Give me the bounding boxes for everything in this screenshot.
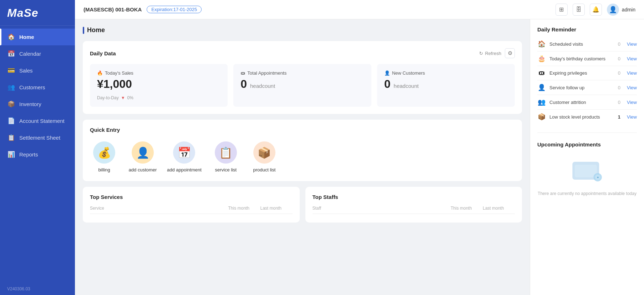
empty-calendar-svg: ✦ xyxy=(569,158,605,183)
sidebar-item-home[interactable]: 🏠 Home xyxy=(0,29,75,45)
quick-item-billing[interactable]: 💰 billing xyxy=(90,141,118,172)
content-area: Home Daily Data ↻ Refresh ⚙ xyxy=(75,19,644,295)
follow-up-icon: 👤 xyxy=(537,84,546,91)
main-content: Home Daily Data ↻ Refresh ⚙ xyxy=(75,19,530,295)
sidebar-item-account-statement[interactable]: 📄 Account Statement xyxy=(0,112,75,129)
account-icon: 📄 xyxy=(7,117,15,125)
grid-icon: ⊞ xyxy=(559,6,564,13)
database-icon-button[interactable]: 🗄 xyxy=(573,4,585,16)
reminder-view-attrition[interactable]: View xyxy=(627,100,637,105)
person-icon: 👤 xyxy=(384,70,390,76)
reminder-item-birthday: 🎂 Today's birthday customers 0 View xyxy=(537,51,637,66)
daily-reminder-section: Daily Reminder 🏠 Scheduled visits 0 View… xyxy=(537,26,637,124)
reminder-view-low-stock[interactable]: View xyxy=(627,114,637,120)
reminder-view-expiring[interactable]: View xyxy=(627,70,637,76)
inventory-icon: 📦 xyxy=(7,100,15,108)
stat-card-sales: 🔥 Today's Sales ¥1,000 Day-to-Day ▼ 0% xyxy=(90,64,228,107)
top-services-title: Top Services xyxy=(90,194,123,200)
add-customer-label: add customer xyxy=(129,167,157,172)
sidebar-item-label: Calendar xyxy=(19,51,41,57)
sidebar-item-customers[interactable]: 👥 Customers xyxy=(0,79,75,96)
col-this-month-staff: This month xyxy=(451,206,483,211)
grid-icon-button[interactable]: ⊞ xyxy=(556,4,568,16)
sidebar-item-reports[interactable]: 📊 Reports xyxy=(0,146,75,163)
version-label: V240306.03 xyxy=(0,283,75,295)
quick-item-add-appointment[interactable]: 📅 add appointment xyxy=(167,141,202,172)
calendar-icon: 📅 xyxy=(7,50,15,58)
reminder-item-expiring: 🎟 Expiring privileges 0 View xyxy=(537,66,637,80)
empty-icon-wrapper: ✦ xyxy=(569,158,605,187)
daily-data-title: Daily Data xyxy=(90,50,116,56)
sidebar-item-inventory[interactable]: 📦 Inventory xyxy=(0,96,75,112)
stat-footer-sales: Day-to-Day ▼ 0% xyxy=(97,95,220,100)
card-actions: ↻ Refresh ⚙ xyxy=(479,48,515,58)
database-icon: 🗄 xyxy=(576,6,582,13)
topbar: (MASESCB) 001-BOKA Expiration:17-01-2025… xyxy=(75,0,644,19)
empty-appointments: ✦ There are currently no appointments av… xyxy=(537,152,637,202)
col-service: Service xyxy=(90,206,228,211)
birthday-icon: 🎂 xyxy=(537,55,546,62)
daily-data-card: Daily Data ↻ Refresh ⚙ xyxy=(83,41,522,114)
col-last-month: Last month xyxy=(260,206,293,211)
quick-entry-card: Quick Entry 💰 billing 👤 add customer 📅 a… xyxy=(83,120,522,181)
app-logo: MaSe xyxy=(0,0,75,26)
sidebar-item-label: Customers xyxy=(19,84,45,90)
reminder-view-birthday[interactable]: View xyxy=(627,56,637,61)
col-staff: Staff xyxy=(313,206,451,211)
stat-value-sales: ¥1,000 xyxy=(97,78,220,90)
sidebar-item-label: Account Statement xyxy=(19,118,65,124)
stat-card-customers: 👤 New Customers 0 headcount xyxy=(377,64,515,107)
reminder-view-scheduled[interactable]: View xyxy=(627,41,637,47)
username: admin xyxy=(622,7,635,12)
service-list-icon: 📋 xyxy=(215,141,237,164)
quick-item-add-customer[interactable]: 👤 add customer xyxy=(128,141,157,172)
sidebar: MaSe 🏠 Home 📅 Calendar 💳 Sales 👥 Custome… xyxy=(0,0,75,295)
ticket-icon: 🎟 xyxy=(240,70,245,76)
reminder-count-attrition: 0 xyxy=(613,100,620,105)
reminder-count-follow-up: 0 xyxy=(613,85,620,90)
service-list-label: service list xyxy=(215,167,237,172)
reminder-view-follow-up[interactable]: View xyxy=(627,85,637,90)
top-services-columns: Service This month Last month xyxy=(90,206,293,214)
bell-icon: 🔔 xyxy=(592,6,599,13)
sidebar-item-label: Home xyxy=(19,34,34,40)
settlement-icon: 📋 xyxy=(7,134,15,141)
stat-value-appointments: 0 headcount xyxy=(240,78,364,90)
fire-icon: 🔥 xyxy=(97,70,103,76)
daily-reminder-title: Daily Reminder xyxy=(537,26,637,32)
top-services-header: Top Services xyxy=(90,194,293,200)
user-menu[interactable]: 👤 admin xyxy=(607,4,635,16)
reminder-list: 🏠 Scheduled visits 0 View 🎂 Today's birt… xyxy=(537,37,637,124)
sidebar-item-settlement-sheet[interactable]: 📋 Settlement Sheet xyxy=(0,129,75,146)
reminder-label-attrition: Customer attrition xyxy=(549,100,610,105)
home-icon: 🏠 xyxy=(7,33,15,41)
billing-label: billing xyxy=(98,167,110,172)
product-list-icon: 📦 xyxy=(253,141,275,164)
upcoming-appointments-title: Upcoming Appointments xyxy=(537,141,637,148)
reminder-count-expiring: 0 xyxy=(613,70,620,76)
svg-text:✦: ✦ xyxy=(596,176,599,180)
add-appointment-label: add appointment xyxy=(167,167,202,172)
stat-label-customers: 👤 New Customers xyxy=(384,70,508,76)
quick-item-service-list[interactable]: 📋 service list xyxy=(212,141,240,172)
business-id: (MASESCB) 001-BOKA xyxy=(83,6,142,12)
top-staffs-columns: Staff This month Last month xyxy=(313,206,515,214)
customers-icon: 👥 xyxy=(7,84,15,91)
settings-button[interactable]: ⚙ xyxy=(505,48,515,58)
main-area: (MASESCB) 001-BOKA Expiration:17-01-2025… xyxy=(75,0,644,295)
refresh-button[interactable]: ↻ Refresh xyxy=(479,51,501,56)
reminder-count-scheduled: 0 xyxy=(613,41,620,47)
attrition-icon: 👥 xyxy=(537,98,546,106)
sidebar-item-sales[interactable]: 💳 Sales xyxy=(0,62,75,79)
reports-icon: 📊 xyxy=(7,151,15,158)
quick-item-product-list[interactable]: 📦 product list xyxy=(250,141,279,172)
sidebar-item-calendar[interactable]: 📅 Calendar xyxy=(0,45,75,62)
top-services-card: Top Services Service This month Last mon… xyxy=(83,187,300,222)
settings-icon: ⚙ xyxy=(508,50,512,56)
reminder-item-attrition: 👥 Customer attrition 0 View xyxy=(537,95,637,110)
expiration-badge: Expiration:17-01-2025 xyxy=(147,6,202,13)
avatar: 👤 xyxy=(607,4,619,16)
sidebar-item-label: Settlement Sheet xyxy=(19,135,60,141)
sidebar-item-label: Sales xyxy=(19,68,33,74)
bell-icon-button[interactable]: 🔔 xyxy=(590,4,602,16)
